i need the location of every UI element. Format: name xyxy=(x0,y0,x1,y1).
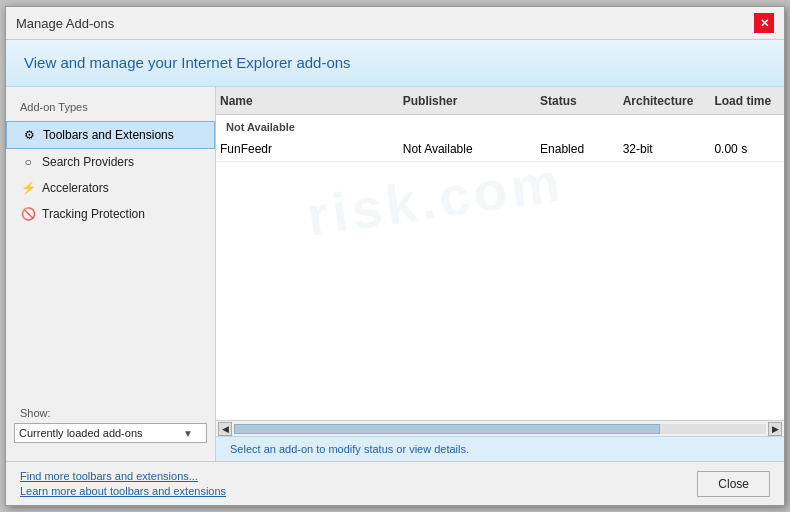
footer: Find more toolbars and extensions... Lea… xyxy=(6,461,784,505)
watermark: risk.com xyxy=(303,149,568,248)
scroll-thumb[interactable] xyxy=(234,424,660,434)
table-row[interactable]: FunFeedr Not Available Enabled 32-bit 0.… xyxy=(216,136,784,162)
sidebar-item-tracking[interactable]: 🚫 Tracking Protection xyxy=(6,201,215,227)
scroll-track[interactable] xyxy=(234,424,766,434)
col-header-architecture: Architecture xyxy=(619,94,711,108)
col-header-status: Status xyxy=(536,94,619,108)
footer-links: Find more toolbars and extensions... Lea… xyxy=(20,470,226,497)
addon-types-label: Add-on Types xyxy=(6,97,215,121)
col-header-load-time: Load time xyxy=(710,94,784,108)
tracking-icon: 🚫 xyxy=(20,206,36,222)
show-label: Show: xyxy=(6,395,215,423)
sidebar: Add-on Types ⚙ Toolbars and Extensions ○… xyxy=(6,87,216,461)
toolbars-icon: ⚙ xyxy=(21,127,37,143)
sidebar-item-search-label: Search Providers xyxy=(42,155,134,169)
title-bar: Manage Add-ons ✕ xyxy=(6,7,784,40)
cell-load-time: 0.00 s xyxy=(710,142,784,156)
dropdown-wrapper: Currently loaded add-ons All add-ons Dow… xyxy=(6,423,215,451)
find-toolbars-link[interactable]: Find more toolbars and extensions... xyxy=(20,470,226,482)
cell-name: FunFeedr xyxy=(216,142,399,156)
cell-publisher: Not Available xyxy=(399,142,536,156)
header-banner: View and manage your Internet Explorer a… xyxy=(6,40,784,87)
addon-show-dropdown[interactable]: Currently loaded add-ons All add-ons Dow… xyxy=(14,423,207,443)
col-header-name: Name xyxy=(216,94,399,108)
main-panel: Name Publisher Status Architecture Load … xyxy=(216,87,784,461)
header-text: View and manage your Internet Explorer a… xyxy=(24,54,351,71)
main-wrapper: Name Publisher Status Architecture Load … xyxy=(216,87,784,436)
manage-addons-dialog: Manage Add-ons ✕ View and manage your In… xyxy=(5,6,785,506)
sidebar-item-search[interactable]: ○ Search Providers xyxy=(6,149,215,175)
window-close-button[interactable]: ✕ xyxy=(754,13,774,33)
accelerators-icon: ⚡ xyxy=(20,180,36,196)
dialog-title: Manage Add-ons xyxy=(16,16,114,31)
sidebar-item-tracking-label: Tracking Protection xyxy=(42,207,145,221)
horizontal-scrollbar[interactable]: ◀ ▶ xyxy=(216,420,784,436)
cell-status: Enabled xyxy=(536,142,619,156)
sidebar-item-toolbars-label: Toolbars and Extensions xyxy=(43,128,174,142)
scroll-right-button[interactable]: ▶ xyxy=(768,422,782,436)
status-text: Select an add-on to modify status or vie… xyxy=(230,443,469,455)
table-body: risk.com Not Available FunFeedr Not Avai… xyxy=(216,115,784,420)
col-header-publisher: Publisher xyxy=(399,94,536,108)
scroll-left-button[interactable]: ◀ xyxy=(218,422,232,436)
table-header: Name Publisher Status Architecture Load … xyxy=(216,87,784,115)
sidebar-item-accelerators[interactable]: ⚡ Accelerators xyxy=(6,175,215,201)
status-bar: Select an add-on to modify status or vie… xyxy=(216,436,784,461)
close-dialog-button[interactable]: Close xyxy=(697,471,770,497)
group-not-available: Not Available xyxy=(216,115,784,136)
cell-architecture: 32-bit xyxy=(619,142,711,156)
search-icon: ○ xyxy=(20,154,36,170)
sidebar-item-toolbars[interactable]: ⚙ Toolbars and Extensions xyxy=(6,121,215,149)
dropdown-container: Currently loaded add-ons All add-ons Dow… xyxy=(14,423,207,443)
content-area: Add-on Types ⚙ Toolbars and Extensions ○… xyxy=(6,87,784,461)
sidebar-item-accelerators-label: Accelerators xyxy=(42,181,109,195)
learn-more-link[interactable]: Learn more about toolbars and extensions xyxy=(20,485,226,497)
